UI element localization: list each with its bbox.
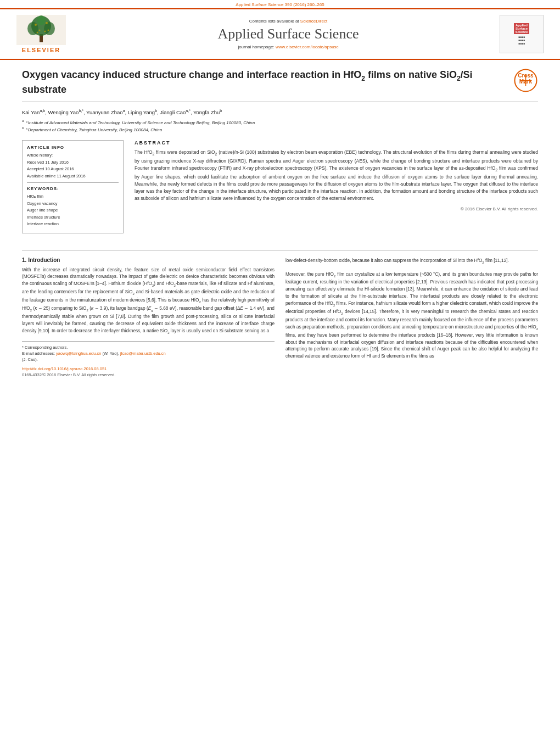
keyword-4: Interface structure xyxy=(27,215,119,221)
intro-body-right: low-defect-density-bottom oxide, because… xyxy=(285,257,538,265)
homepage-label: journal homepage: xyxy=(238,44,274,49)
elsevier-tree-icon xyxy=(16,15,66,45)
svg-point-7 xyxy=(46,22,48,24)
svg-point-5 xyxy=(37,15,46,25)
accepted-date: Accepted 10 August 2016 xyxy=(27,166,119,172)
article-title-section: Oxygen vacancy induced structure change … xyxy=(22,68,538,102)
article-info-column: ARTICLE INFO Article history: Received 1… xyxy=(22,140,124,242)
svg-point-3 xyxy=(27,22,38,35)
keyword-2: Oxygen vacancy xyxy=(27,201,119,207)
article-history-label: Article history: xyxy=(27,153,119,159)
article-content: Oxygen vacancy induced structure change … xyxy=(0,60,560,386)
svg-point-10 xyxy=(37,32,38,34)
sciencedirect-line: Contents lists available at ScienceDirec… xyxy=(88,19,489,24)
info-abstract-columns: ARTICLE INFO Article history: Received 1… xyxy=(22,140,538,242)
keyword-5: Interface reaction xyxy=(27,221,119,227)
intro-body-left: With the increase of integrated circuit … xyxy=(22,266,275,336)
elsevier-wordmark: ELSEVIER xyxy=(22,47,60,53)
introduction-section: 1. Introduction With the increase of int… xyxy=(22,257,538,377)
available-date: Available online 11 August 2016 xyxy=(27,174,119,180)
abstract-text: The HfO2 films were deposited on SiO2 (n… xyxy=(135,149,538,202)
intro-body-right-2: Moreover, the pure HfO2 film can crystal… xyxy=(285,271,538,360)
banner-text: Applied Surface Science 390 (2016) 260–2… xyxy=(236,2,324,7)
keyword-3: Auger line shape xyxy=(27,208,119,214)
article-info-box: ARTICLE INFO Article history: Received 1… xyxy=(22,140,124,233)
info-divider xyxy=(27,182,119,183)
email-note: E-mail addresses: yaowq@tsinghua.edu.cn … xyxy=(22,350,275,363)
authors-line: Kai Yana,b, Wenqing Yaob,*, Yuanyuan Zha… xyxy=(22,109,538,115)
footnotes-section: * Corresponding authors. E-mail addresse… xyxy=(22,341,275,377)
intro-heading: 1. Introduction xyxy=(22,257,275,263)
email-link-cao[interactable]: jlcao@mater.ustb.edu.cn xyxy=(120,351,166,356)
article-info-title: ARTICLE INFO xyxy=(27,145,119,150)
keyword-1: HfO₂ film xyxy=(27,194,119,200)
journal-header: ELSEVIER Contents lists available at Sci… xyxy=(0,8,560,60)
svg-point-11 xyxy=(48,30,49,31)
section-divider xyxy=(22,250,538,250)
page-wrapper: Applied Surface Science 390 (2016) 260–2… xyxy=(0,0,560,742)
email-link-yao[interactable]: yaowq@tsinghua.edu.cn xyxy=(56,351,101,356)
crossmark-icon[interactable]: Cross Mark xyxy=(513,68,538,93)
svg-point-4 xyxy=(44,22,55,35)
intro-right-column: low-defect-density-bottom oxide, because… xyxy=(285,257,538,377)
abstract-title: ABSTRACT xyxy=(135,140,538,146)
sciencedirect-label: Contents lists available at xyxy=(249,19,299,24)
mini-journal-logo-text: AppliedSurfaceScience ■■■■■■■■■■■■ xyxy=(514,23,530,45)
logo-top-bar: AppliedSurfaceScience xyxy=(514,23,530,34)
issn-line: 0169-4332/© 2016 Elsevier B.V. All right… xyxy=(22,372,275,377)
svg-point-8 xyxy=(39,30,41,31)
journal-logo: AppliedSurfaceScience ■■■■■■■■■■■■ xyxy=(500,15,544,53)
journal-homepage-line: journal homepage: www.elsevier.com/locat… xyxy=(88,44,489,49)
svg-point-6 xyxy=(35,24,37,26)
homepage-link[interactable]: www.elsevier.com/locate/apsusc xyxy=(276,44,339,49)
journal-center: Contents lists available at ScienceDirec… xyxy=(77,19,500,49)
keywords-label: Keywords: xyxy=(27,186,119,191)
received-date: Received 11 July 2016 xyxy=(27,160,119,166)
journal-title: Applied Surface Science xyxy=(88,26,489,42)
corresponding-note: * Corresponding authors. xyxy=(22,344,275,350)
article-title: Oxygen vacancy induced structure change … xyxy=(22,68,513,97)
logo-bottom: ■■■■■■■■■■■■ xyxy=(514,35,530,45)
journal-banner: Applied Surface Science 390 (2016) 260–2… xyxy=(0,0,560,8)
author-affiliations: a ᵃ Institute of Advanced Materials and … xyxy=(22,119,538,133)
abstract-column: ABSTRACT The HfO2 films were deposited o… xyxy=(135,140,538,242)
elsevier-logo: ELSEVIER xyxy=(5,15,77,53)
doi-line[interactable]: http://dx.doi.org/10.1016/j.apsusc.2016.… xyxy=(22,366,275,371)
doi-link[interactable]: http://dx.doi.org/10.1016/j.apsusc.2016.… xyxy=(22,366,107,371)
sciencedirect-link[interactable]: ScienceDirect xyxy=(300,19,327,24)
intro-left-column: 1. Introduction With the increase of int… xyxy=(22,257,275,377)
copyright-line: © 2016 Elsevier B.V. All rights reserved… xyxy=(135,207,538,211)
svg-point-9 xyxy=(44,31,46,32)
